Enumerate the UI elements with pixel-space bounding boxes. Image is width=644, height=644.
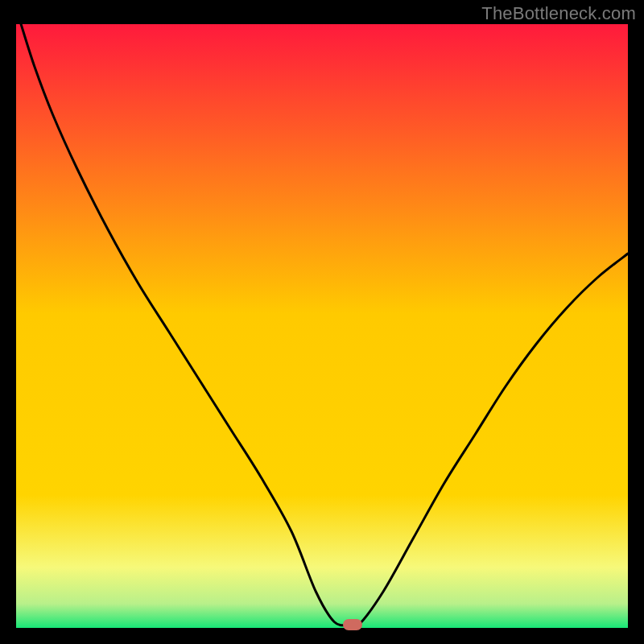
gradient-background (16, 24, 628, 628)
watermark-text: TheBottleneck.com (481, 3, 636, 24)
plot-svg (16, 24, 628, 628)
plot-area (16, 24, 628, 628)
chart-frame: TheBottleneck.com (0, 0, 644, 644)
optimal-marker (343, 619, 362, 630)
